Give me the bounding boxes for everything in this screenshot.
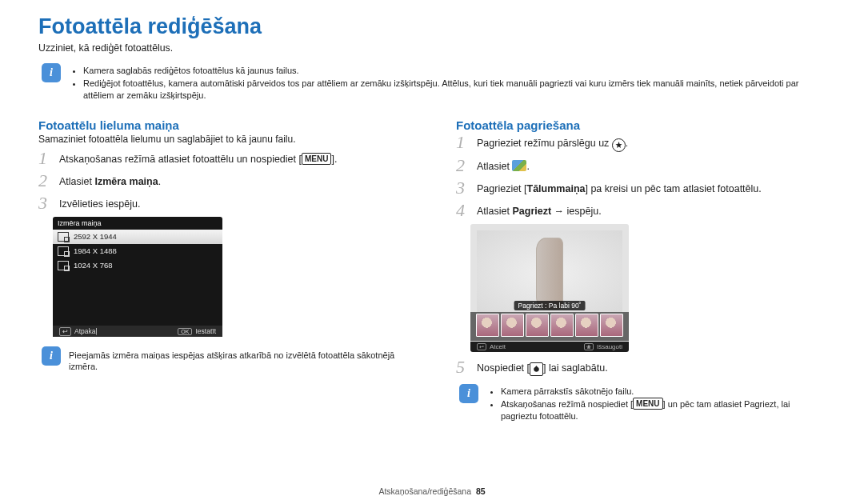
- top-note: i Kamera saglabās rediģētos fotoattēlus …: [38, 60, 826, 109]
- resize-option-icon: [58, 246, 69, 256]
- lcd-save-label: Išsaugoti: [597, 343, 622, 350]
- right-note: i Kamera pārrakstīs sākotnējo failu. Ats…: [456, 381, 826, 430]
- ok-key-icon: OK: [178, 328, 192, 335]
- step-number: 2: [38, 172, 53, 190]
- rotate-caption: Pagriezt : Pa labi 90˚: [514, 301, 586, 310]
- thumbnail-strip: [470, 312, 629, 341]
- left-note: i Pieejamās izmēra maiņas iespējas atšķi…: [38, 343, 408, 380]
- step-number: 4: [456, 202, 470, 219]
- lcd-back-label: Atpakaļ: [74, 327, 97, 335]
- resize-option-icon: [58, 232, 69, 242]
- macro-key-icon: ❀: [584, 343, 594, 350]
- rotate-step-1: 1 Pagrieziet režīmu pārslēgu uz .: [456, 134, 826, 152]
- lcd-option: 1024 X 768: [53, 258, 222, 273]
- lcd-cancel-label: Atcelt: [490, 343, 506, 350]
- thumbnail: [575, 314, 598, 337]
- section-sub-resize: Samaziniet fotoattēla lielumu un saglabā…: [38, 134, 408, 145]
- resize-step-2: 2 Atlasiet Izmēra maiņa.: [38, 172, 408, 190]
- lcd-option: 1984 X 1488: [53, 244, 222, 258]
- thumbnail: [476, 314, 499, 337]
- step-number: 5: [456, 358, 470, 376]
- step-number: 2: [456, 157, 470, 174]
- resize-step-3: 3 Izvēlieties iespēju.: [38, 194, 408, 212]
- step-number: 1: [38, 150, 53, 167]
- left-note-text: Pieejamās izmēra maiņas iespējas atšķira…: [69, 350, 402, 374]
- col-resize: Fotoattēlu lieluma maiņa Samaziniet foto…: [38, 117, 408, 438]
- lcd-resize-screenshot: Izmēra maiņa 2592 X 1944 1984 X 1488 102…: [53, 217, 222, 337]
- section-heading-resize: Fotoattēlu lieluma maiņa: [38, 118, 408, 132]
- macro-button-icon: [530, 362, 543, 376]
- lcd-title: Izmēra maiņa: [53, 217, 222, 230]
- thumbnail: [526, 314, 549, 337]
- rotated-photo-placeholder: [536, 238, 563, 310]
- info-icon: i: [459, 384, 478, 403]
- page-footer: Atskaņošana/rediģēšana 85: [0, 486, 864, 496]
- back-key-icon: ↩: [477, 343, 486, 350]
- lcd-rotate-screenshot: Pagriezt : Pa labi 90˚ ↩Atcelt ❀Išsaugot…: [470, 224, 629, 352]
- col-rotate: Fotoattēla pagriešana 1 Pagrieziet režīm…: [456, 117, 826, 438]
- thumbnail: [600, 314, 623, 337]
- intro-text: Uzziniet, kā rediģēt fotoattēlus.: [38, 42, 826, 54]
- page-title: Fotoattēla rediģēšana: [38, 14, 826, 39]
- resize-step-1: 1 Atskaņošanas režīmā atlasiet fotoattēl…: [38, 150, 408, 167]
- menu-key-icon: MENU: [302, 153, 331, 165]
- rotate-step-4: 4 Atlasiet Pagriezt → iespēju.: [456, 202, 826, 219]
- step-number: 3: [38, 194, 53, 212]
- thumbnail: [550, 314, 574, 337]
- info-icon: i: [42, 346, 61, 366]
- edit-photo-icon: [512, 160, 526, 171]
- step-number: 1: [456, 134, 470, 151]
- mode-dial-magic-icon: [612, 138, 626, 152]
- step-number: 3: [456, 179, 470, 197]
- right-note-item: Kamera pārrakstīs sākotnējo failu.: [501, 386, 819, 398]
- thumbnail: [501, 314, 524, 337]
- resize-option-icon: [58, 261, 69, 270]
- section-heading-rotate: Fotoattēla pagriešana: [456, 118, 826, 132]
- top-note-item: Rediģējot fotoattēlus, kamera automātisk…: [83, 78, 819, 102]
- rotate-step-2: 2 Atlasiet .: [456, 157, 826, 174]
- back-key-icon: ↩: [59, 327, 71, 336]
- lcd-set-label: Iestatīt: [195, 327, 216, 335]
- menu-key-icon: MENU: [633, 398, 662, 410]
- top-note-item: Kamera saglabās rediģētos fotoattēlus kā…: [83, 65, 819, 77]
- rotate-step-3: 3 Pagrieziet [Tālummaiņa] pa kreisi un p…: [456, 179, 826, 197]
- info-icon: i: [42, 63, 61, 82]
- lcd-option-selected: 2592 X 1944: [53, 230, 222, 244]
- right-note-item: Atskaņošanas režīmā nospiediet [MENU] un…: [501, 398, 819, 422]
- rotate-step-5: 5 Nospiediet [] lai saglabātu.: [456, 358, 826, 376]
